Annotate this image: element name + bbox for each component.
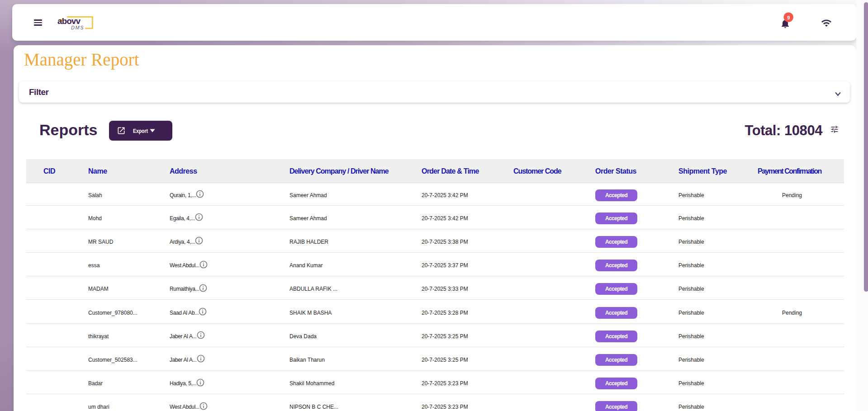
svg-text:abovv: abovv — [57, 16, 81, 26]
svg-text:9: 9 — [787, 15, 790, 20]
svg-text:DMS: DMS — [71, 25, 84, 30]
